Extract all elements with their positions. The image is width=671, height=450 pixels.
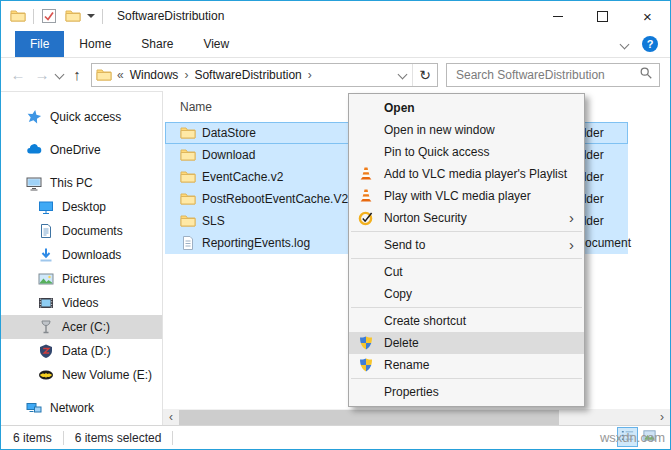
sidebar-item-quick-access[interactable]: Quick access	[1, 105, 162, 129]
this-pc-icon	[26, 175, 42, 191]
scroll-left-icon[interactable]: ‹	[163, 409, 179, 426]
menu-item-norton-security[interactable]: Norton Security›	[349, 207, 584, 229]
explorer-window: SoftwareDistribution × FileHomeShareView…	[0, 0, 671, 450]
sidebar: Quick accessOneDriveThis PCDesktopDocume…	[1, 91, 163, 426]
menu-item-send-to[interactable]: Send to›	[349, 234, 584, 256]
drive-d-icon	[38, 343, 54, 359]
menu-item-label: Pin to Quick access	[384, 145, 489, 159]
menu-item-pin-to-quick-access[interactable]: Pin to Quick access	[349, 141, 584, 163]
search-box[interactable]	[446, 63, 660, 87]
menu-item-open-in-new-window[interactable]: Open in new window	[349, 119, 584, 141]
divider	[172, 431, 173, 445]
context-menu: OpenOpen in new windowPin to Quick acces…	[348, 93, 585, 407]
icons-view-button[interactable]	[639, 427, 660, 447]
desktop-icon	[38, 199, 54, 215]
search-input[interactable]	[456, 68, 639, 82]
menu-item-label: Open	[384, 101, 415, 115]
network-icon	[26, 400, 42, 416]
menu-item-label: Play with VLC media player	[384, 189, 531, 203]
horizontal-scrollbar[interactable]: ‹ ›	[163, 409, 670, 426]
menu-item-copy[interactable]: Copy	[349, 283, 584, 305]
close-icon: ×	[643, 9, 652, 24]
menu-item-properties[interactable]: Properties	[349, 381, 584, 403]
breadcrumb-windows[interactable]: Windows	[130, 68, 179, 82]
menu-item-rename[interactable]: Rename	[349, 354, 584, 376]
sidebar-item-new-volume-e[interactable]: New Volume (E:)	[1, 363, 162, 387]
menu-item-label: Send to	[384, 238, 425, 252]
file-icon	[180, 235, 196, 251]
recent-locations-chevron-icon[interactable]	[55, 70, 65, 80]
breadcrumb-softwaredistribution[interactable]: SoftwareDistribution	[194, 68, 301, 82]
tab-view[interactable]: View	[188, 31, 244, 57]
forward-button[interactable]: →	[30, 63, 54, 87]
maximize-button[interactable]	[580, 1, 625, 31]
search-icon[interactable]	[639, 66, 653, 83]
breadcrumb-overflow[interactable]: «	[117, 68, 124, 82]
sidebar-item-acer-c[interactable]: Acer (C:)	[1, 315, 162, 339]
downloads-icon	[38, 247, 54, 263]
qat-new-folder-icon[interactable]	[65, 8, 81, 24]
sidebar-item-pictures[interactable]: Pictures	[1, 267, 162, 291]
sidebar-item-downloads[interactable]: Downloads	[1, 243, 162, 267]
minimize-icon	[553, 16, 563, 17]
menu-item-label: Copy	[384, 287, 412, 301]
ribbon-expand-chevron-icon[interactable]	[620, 39, 630, 49]
sidebar-item-onedrive[interactable]: OneDrive	[1, 138, 162, 162]
help-icon[interactable]: ?	[642, 36, 658, 52]
tab-share[interactable]: Share	[126, 31, 188, 57]
menu-item-cut[interactable]: Cut	[349, 261, 584, 283]
vlc-icon	[358, 188, 374, 204]
close-button[interactable]: ×	[625, 1, 670, 31]
menu-item-open[interactable]: Open	[349, 97, 584, 119]
sidebar-item-data-d[interactable]: Data (D:)	[1, 339, 162, 363]
ribbon-tabs: FileHomeShareView ?	[1, 31, 670, 58]
menu-item-label: Create shortcut	[384, 314, 466, 328]
sidebar-item-label: OneDrive	[50, 143, 101, 157]
column-header-name[interactable]: Name	[180, 100, 212, 114]
scrollbar-thumb[interactable]	[179, 410, 559, 425]
sidebar-item-network[interactable]: Network	[1, 396, 162, 420]
scroll-right-icon[interactable]: ›	[654, 409, 670, 426]
menu-separator	[351, 231, 582, 232]
items-count: 6 items	[13, 431, 52, 445]
address-dropdown-button[interactable]	[392, 64, 412, 86]
refresh-icon[interactable]: ↻	[413, 67, 437, 83]
chevron-down-icon	[397, 70, 407, 80]
window-controls: ×	[535, 1, 670, 31]
sidebar-item-this-pc[interactable]: This PC	[1, 171, 162, 195]
qat-properties-icon[interactable]	[41, 8, 57, 24]
menu-item-create-shortcut[interactable]: Create shortcut	[349, 310, 584, 332]
back-button[interactable]: ←	[6, 63, 30, 87]
address-bar[interactable]: « Windows › SoftwareDistribution › ↻	[91, 63, 438, 87]
sidebar-item-documents[interactable]: Documents	[1, 219, 162, 243]
menu-item-label: Add to VLC media player's Playlist	[384, 167, 567, 181]
menu-item-play-with-vlc-media-player[interactable]: Play with VLC media player	[349, 185, 584, 207]
menu-item-delete[interactable]: Delete	[349, 332, 584, 354]
tab-file[interactable]: File	[15, 31, 64, 57]
folder-icon	[180, 169, 196, 185]
sidebar-item-label: Data (D:)	[62, 344, 111, 358]
pictures-icon	[38, 271, 54, 287]
address-toolbar: ← → ↑ « Windows › SoftwareDistribution ›…	[1, 58, 670, 92]
sidebar-item-label: Acer (C:)	[62, 320, 110, 334]
videos-icon	[38, 295, 54, 311]
view-switcher	[617, 427, 660, 447]
sidebar-item-videos[interactable]: Videos	[1, 291, 162, 315]
details-view-button[interactable]	[617, 427, 638, 447]
sidebar-item-label: Documents	[62, 224, 123, 238]
breadcrumb-chevron-icon[interactable]: ›	[184, 68, 188, 82]
file-name: Download	[202, 148, 255, 162]
sidebar-item-label: New Volume (E:)	[62, 368, 152, 382]
up-button[interactable]: ↑	[65, 63, 89, 87]
menu-item-label: Norton Security	[384, 211, 467, 225]
minimize-button[interactable]	[535, 1, 580, 31]
menu-separator	[351, 378, 582, 379]
sidebar-item-desktop[interactable]: Desktop	[1, 195, 162, 219]
tab-home[interactable]: Home	[64, 31, 126, 57]
menu-item-label: Cut	[384, 265, 403, 279]
submenu-arrow-icon: ›	[569, 234, 574, 256]
breadcrumb-chevron-icon[interactable]: ›	[308, 68, 312, 82]
menu-item-add-to-vlc-media-player-s-playlist[interactable]: Add to VLC media player's Playlist	[349, 163, 584, 185]
qat-customize-caret-icon[interactable]	[87, 14, 95, 18]
file-name: ReportingEvents.log	[202, 236, 310, 250]
